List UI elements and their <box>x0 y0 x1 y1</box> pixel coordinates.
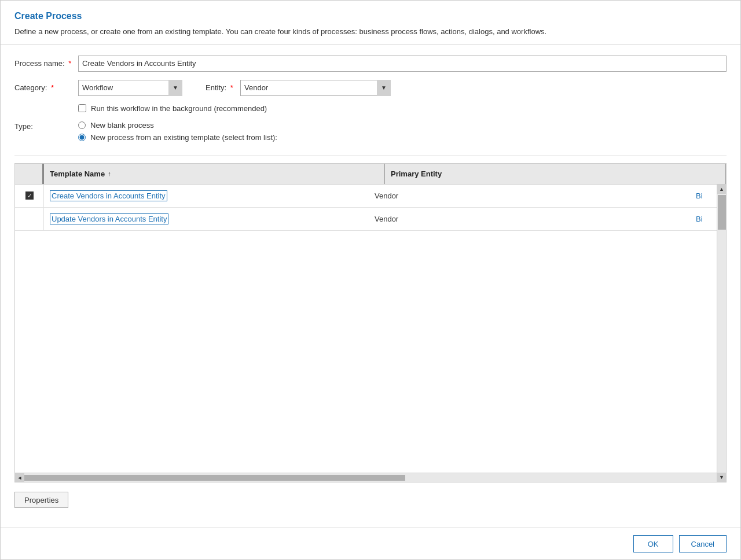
scrollbar-left-button[interactable]: ◄ <box>15 473 24 482</box>
dialog-description: Define a new process, or create one from… <box>14 26 727 38</box>
table-body: ✓ Create Vendors in Accounts Entity Vend… <box>15 185 726 473</box>
background-checkbox[interactable] <box>78 104 86 112</box>
type-radio-template[interactable] <box>78 134 86 141</box>
type-label: Type: <box>14 121 78 131</box>
entity-label: Entity: * <box>206 83 240 92</box>
separator <box>14 156 727 156</box>
category-select-wrapper: Workflow Action Dialog Business Process … <box>78 80 182 96</box>
row1-bi-cell: Bi <box>694 185 717 207</box>
process-name-required: * <box>68 59 71 68</box>
type-options: New blank process New process from an ex… <box>78 121 277 142</box>
table-row[interactable]: Update Vendors in Accounts Entity Vendor… <box>15 208 717 231</box>
entity-select-wrapper: Vendor Account Contact ▼ <box>240 80 391 96</box>
scrollbar-x-thumb[interactable] <box>24 475 405 481</box>
type-row: Type: New blank process New process from… <box>14 121 727 142</box>
table-row[interactable]: ✓ Create Vendors in Accounts Entity Vend… <box>15 185 717 208</box>
type-radio-blank[interactable] <box>78 121 86 129</box>
scrollbar-down-button[interactable]: ▼ <box>717 473 727 482</box>
row2-template-name-cell: Update Vendors in Accounts Entity <box>44 208 369 230</box>
table-header-checkbox-cell <box>15 164 44 184</box>
table-scroll-wrapper: ✓ Create Vendors in Accounts Entity Vend… <box>15 185 726 482</box>
scrollbar-up-button[interactable]: ▲ <box>717 185 727 194</box>
scrollbar-thumb[interactable] <box>718 195 726 230</box>
properties-button[interactable]: Properties <box>14 492 68 508</box>
row1-template-link[interactable]: Create Vendors in Accounts Entity <box>50 190 167 201</box>
row1-checkbox-cell[interactable]: ✓ <box>15 185 44 207</box>
category-required: * <box>51 83 54 92</box>
row2-bi-cell: Bi <box>694 208 717 230</box>
dialog-title: Create Process <box>14 11 727 21</box>
create-process-dialog: Create Process Define a new process, or … <box>0 0 741 560</box>
category-select[interactable]: Workflow Action Dialog Business Process … <box>78 80 182 96</box>
horizontal-scrollbar[interactable]: ◄ ► <box>15 473 726 482</box>
properties-row: Properties <box>14 492 727 508</box>
type-option-template: New process from an existing template (s… <box>78 133 277 142</box>
type-template-label: New process from an existing template (s… <box>90 133 277 142</box>
sort-arrow-icon: ↑ <box>108 170 111 177</box>
table-header-template-name[interactable]: Template Name ↑ <box>44 164 385 184</box>
row2-entity-cell: Vendor <box>369 208 694 230</box>
ok-button[interactable]: OK <box>633 535 673 552</box>
dialog-header: Create Process Define a new process, or … <box>1 1 740 45</box>
dialog-body: Process name: * Category: * Workflow Act… <box>1 45 740 528</box>
type-option-blank: New blank process <box>78 121 277 130</box>
row1-template-name-cell: Create Vendors in Accounts Entity <box>44 185 369 207</box>
template-table-section: Template Name ↑ Primary Entity ✓ <box>14 163 727 483</box>
vertical-scrollbar[interactable]: ▲ ▼ <box>717 185 726 482</box>
process-name-label: Process name: * <box>14 59 78 68</box>
process-name-row: Process name: * <box>14 56 727 72</box>
process-name-input[interactable] <box>78 56 727 72</box>
row2-template-link[interactable]: Update Vendors in Accounts Entity <box>50 213 168 224</box>
row1-checkbox-checked: ✓ <box>25 191 34 200</box>
table-header-primary-entity[interactable]: Primary Entity <box>385 164 726 184</box>
row1-entity-cell: Vendor <box>369 185 694 207</box>
scrollbar-x-track <box>24 475 717 481</box>
row2-checkbox-cell[interactable] <box>15 208 44 230</box>
type-blank-label: New blank process <box>90 121 154 130</box>
dialog-footer: OK Cancel <box>1 528 740 559</box>
entity-required: * <box>230 83 233 92</box>
background-checkbox-label: Run this workflow in the background (rec… <box>91 104 267 113</box>
table-header: Template Name ↑ Primary Entity <box>15 164 726 185</box>
cancel-button[interactable]: Cancel <box>679 535 727 552</box>
entity-select[interactable]: Vendor Account Contact <box>240 80 391 96</box>
category-entity-row: Category: * Workflow Action Dialog Busin… <box>14 80 727 96</box>
entity-group: Entity: * Vendor Account Contact ▼ <box>206 80 391 96</box>
background-checkbox-row: Run this workflow in the background (rec… <box>78 104 727 113</box>
category-label: Category: * <box>14 83 78 92</box>
